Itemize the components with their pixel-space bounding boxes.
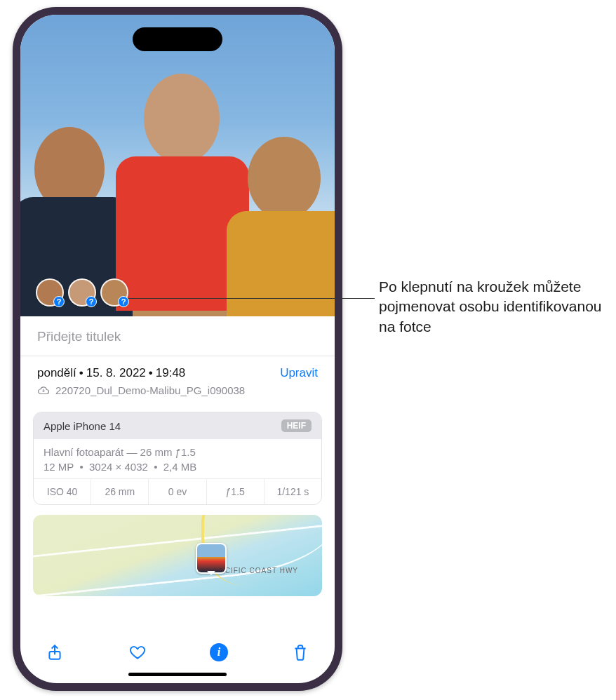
edit-button[interactable]: Upravit — [280, 366, 318, 380]
dimensions: 3024 × 4032 — [89, 461, 148, 473]
exif-specs-row: ISO 40 26 mm 0 ev ƒ1.5 1/121 s — [34, 479, 321, 504]
map-road — [33, 524, 322, 596]
callout-line — [122, 298, 375, 299]
device-name: Apple iPhone 14 — [43, 420, 121, 432]
ev-value: 0 ev — [149, 479, 206, 504]
favorite-button[interactable] — [127, 642, 148, 663]
dynamic-island — [133, 27, 222, 51]
iphone-frame: ? ? ? Přidejte titulek pondělí•15. 8. 20… — [13, 7, 342, 691]
info-button[interactable]: i — [210, 643, 228, 661]
focal-value: 26 mm — [91, 479, 149, 504]
format-badge: HEIF — [281, 419, 312, 432]
callout-text: Po klepnutí na kroužek můžete pojmenovat… — [379, 277, 610, 337]
filename: 220720_Dul_Demo-Malibu_PG_i090038 — [55, 384, 245, 396]
caption-input[interactable]: Přidejte titulek — [20, 316, 335, 356]
road-label: PACIFIC COAST HWY — [215, 567, 298, 574]
shutter-value: 1/121 s — [265, 479, 321, 504]
person-figure — [224, 113, 335, 316]
unknown-person-icon: ? — [86, 296, 97, 307]
filesize: 2,4 MB — [163, 461, 197, 473]
megapixels: 12 MP — [43, 461, 74, 473]
heart-icon — [128, 643, 147, 661]
time: 19:48 — [156, 366, 186, 379]
screen: ? ? ? Přidejte titulek pondělí•15. 8. 20… — [20, 15, 335, 683]
trash-icon — [291, 643, 309, 661]
photo-preview[interactable]: ? ? ? — [20, 15, 335, 316]
map-photo-pin[interactable] — [196, 543, 227, 574]
face-badge[interactable]: ? — [100, 278, 128, 307]
face-badges-row: ? ? ? — [36, 278, 128, 307]
face-badge[interactable]: ? — [36, 278, 64, 307]
info-icon: i — [217, 646, 220, 659]
share-icon — [46, 643, 64, 661]
photo-metadata: pondělí•15. 8. 2022•19:48 Upravit 220720… — [20, 356, 335, 405]
location-map[interactable]: PACIFIC COAST HWY — [33, 515, 322, 596]
date: 15. 8. 2022 — [86, 366, 146, 379]
weekday: pondělí — [37, 366, 76, 379]
date-time-row[interactable]: pondělí•15. 8. 2022•19:48 — [37, 366, 185, 380]
unknown-person-icon: ? — [118, 296, 129, 307]
lens-info: Hlavní fotoaparát — 26 mm ƒ1.5 — [43, 446, 312, 458]
unknown-person-icon: ? — [53, 296, 65, 307]
aperture-value: ƒ1.5 — [207, 479, 265, 504]
iso-value: ISO 40 — [34, 479, 91, 504]
image-stats: 12 MP • 3024 × 4032 • 2,4 MB — [43, 461, 312, 473]
home-indicator[interactable] — [128, 673, 227, 676]
face-badge[interactable]: ? — [68, 278, 96, 307]
cloud-icon — [37, 386, 50, 396]
share-button[interactable] — [44, 642, 65, 663]
bottom-toolbar: i — [20, 632, 335, 668]
camera-info-card[interactable]: Apple iPhone 14 HEIF Hlavní fotoaparát —… — [33, 412, 322, 505]
delete-button[interactable] — [290, 642, 311, 663]
